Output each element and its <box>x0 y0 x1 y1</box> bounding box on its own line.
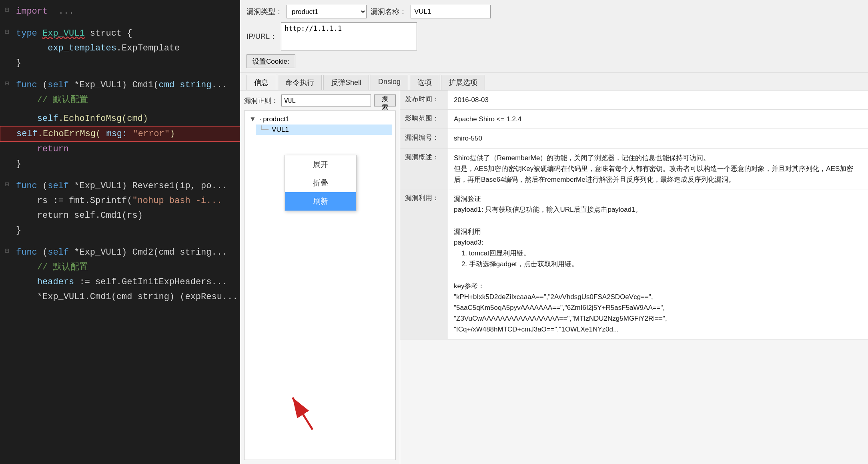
code-line: headers := self.GetInitExpHeaders... <box>0 275 240 289</box>
impact-val: Apache Shiro <= 1.2.4 <box>448 110 868 129</box>
code-line: return <box>0 142 240 157</box>
info-row-id: 漏洞编号： shiro-550 <box>400 129 868 148</box>
tab-ext-options[interactable]: 扩展选项 <box>441 75 485 90</box>
arrow-icon <box>277 386 325 434</box>
tab-dnslog[interactable]: Dnslog <box>371 75 408 90</box>
info-row-exploit: 漏洞利用： 漏洞验证 payload1: 只有获取信息功能，输入URL后直接点击… <box>400 189 868 339</box>
ctx-collapse[interactable]: 折叠 <box>285 174 356 192</box>
vuln-id-val: shiro-550 <box>448 129 868 148</box>
tree-root-item[interactable]: ▼ · product1 <box>248 114 392 125</box>
impact-key: 影响范围： <box>400 110 448 129</box>
code-line: ⊟ func ( self *Exp_VUL1) Cmd1( cmd strin… <box>0 78 240 92</box>
form-row-type: 漏洞类型： product1 漏洞名称： <box>247 5 862 18</box>
vuln-type-label: 漏洞类型： <box>247 7 283 16</box>
summary-key: 漏洞概述： <box>400 149 448 189</box>
tree-child-item-vul1[interactable]: └─ VUL1 <box>256 125 392 135</box>
tabs-bar: 信息 命令执行 反弹Shell Dnslog 选项 扩展选项 <box>240 72 868 90</box>
code-editor: ⊟ import ... ⊟ type Exp_VUL1 struct { ex… <box>0 0 240 464</box>
context-menu: 展开 折叠 刷新 <box>285 155 357 211</box>
code-line: ⊟ type Exp_VUL1 struct { <box>0 26 240 41</box>
code-line: } <box>0 56 240 70</box>
svg-line-1 <box>293 398 313 430</box>
right-panel: 漏洞类型： product1 漏洞名称： IP/URL： http://1.1.… <box>240 0 868 464</box>
code-line: exp_templates.ExpTemplate <box>0 41 240 56</box>
info-row-publish: 发布时间： 2016-08-03 <box>400 90 868 110</box>
line-gutter: ⊟ <box>0 246 14 257</box>
ctx-refresh[interactable]: 刷新 <box>285 192 356 211</box>
search-input[interactable] <box>281 94 371 106</box>
tree-child-icon: └─ <box>259 126 269 134</box>
form-row-cookie: 设置Cookie: <box>247 54 862 68</box>
tab-reverse-shell[interactable]: 反弹Shell <box>323 75 369 90</box>
info-panel: 发布时间： 2016-08-03 影响范围： Apache Shiro <= 1… <box>400 90 868 464</box>
main-content: 漏洞正则： 搜索 ▼ · product1 └─ VUL1 <box>240 90 868 464</box>
vuln-id-key: 漏洞编号： <box>400 129 448 148</box>
code-line: // 默认配置 <box>0 92 240 107</box>
tab-options[interactable]: 选项 <box>410 75 439 90</box>
code-line: } <box>0 223 240 238</box>
cookie-button[interactable]: 设置Cookie: <box>247 54 295 68</box>
vuln-type-select[interactable]: product1 <box>287 5 367 18</box>
search-label: 漏洞正则： <box>244 96 278 105</box>
search-row: 漏洞正则： 搜索 <box>244 94 396 106</box>
tree-child-area: └─ VUL1 <box>248 125 392 135</box>
info-row-impact: 影响范围： Apache Shiro <= 1.2.4 <box>400 110 868 129</box>
tree-root-label: · product1 <box>259 115 290 123</box>
code-line-highlighted: self.EchoErrMsg( msg: "error") <box>0 126 240 142</box>
line-gutter: ⊟ <box>0 5 14 16</box>
code-line: } <box>0 157 240 171</box>
form-area: 漏洞类型： product1 漏洞名称： IP/URL： http://1.1.… <box>240 0 868 72</box>
tree-expand-icon: ▼ <box>249 115 256 123</box>
ctx-expand[interactable]: 展开 <box>285 155 356 174</box>
code-line: return self.Cmd1(rs) <box>0 208 240 223</box>
code-line: ⊟ func ( self *Exp_VUL1) Reverse1(ip, po… <box>0 179 240 193</box>
publish-time-val: 2016-08-03 <box>448 90 868 109</box>
line-gutter: ⊟ <box>0 179 14 190</box>
code-line: self.EchoInfoMsg(cmd) <box>0 111 240 126</box>
ip-url-input[interactable]: http://1.1.1.1 <box>281 22 417 50</box>
code-line: ⊟ import ... <box>0 4 240 19</box>
info-row-summary: 漏洞概述： Shiro提供了（RememberMe）的功能，关闭了浏览器，记住的… <box>400 149 868 190</box>
tree-area: ▼ · product1 └─ VUL1 展开 折叠 刷新 <box>244 110 396 460</box>
search-button[interactable]: 搜索 <box>374 94 396 106</box>
code-line: *Exp_VUL1.Cmd1(cmd string) (expResu... <box>0 289 240 304</box>
code-line: // 默认配置 <box>0 260 240 275</box>
vuln-name-input[interactable] <box>411 5 491 18</box>
code-line: rs := fmt.Sprintf("nohup bash -i... <box>0 193 240 208</box>
code-line: ⊟ func ( self *Exp_VUL1) Cmd2(cmd string… <box>0 245 240 260</box>
search-panel: 漏洞正则： 搜索 ▼ · product1 └─ VUL1 <box>240 90 400 464</box>
tab-cmd[interactable]: 命令执行 <box>278 75 322 90</box>
summary-val: Shiro提供了（RememberMe）的功能，关闭了浏览器，记住的信息也能保持… <box>448 149 868 189</box>
vuln-name-label: 漏洞名称： <box>371 7 407 16</box>
arrow-container <box>277 386 325 436</box>
tab-info[interactable]: 信息 <box>247 75 276 90</box>
ip-label: IP/URL： <box>247 32 277 41</box>
exploit-key: 漏洞利用： <box>400 189 448 339</box>
publish-time-key: 发布时间： <box>400 90 448 109</box>
tree-child-label: VUL1 <box>272 126 289 134</box>
exploit-val: 漏洞验证 payload1: 只有获取信息功能，输入URL后直接点击payloa… <box>448 189 868 339</box>
line-gutter: ⊟ <box>0 27 14 38</box>
line-gutter: ⊟ <box>0 78 14 89</box>
form-row-url: IP/URL： http://1.1.1.1 <box>247 22 862 50</box>
